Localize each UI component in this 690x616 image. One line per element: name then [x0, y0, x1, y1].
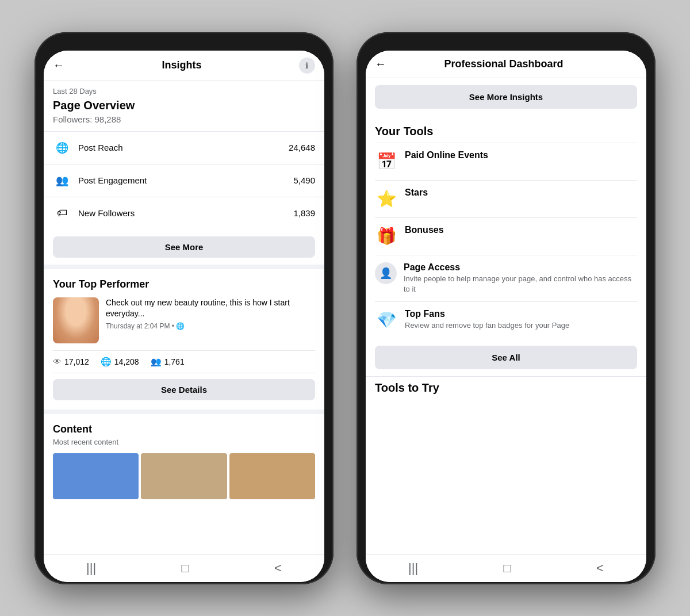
- content-title: Content: [53, 423, 315, 435]
- tools-to-try-title: Tools to Try: [366, 377, 646, 404]
- thumb-1: [53, 453, 139, 499]
- new-followers-row[interactable]: 🏷 New Followers 1,839: [44, 197, 324, 229]
- stars-icon: ⭐: [375, 188, 398, 211]
- right-camera: [615, 43, 621, 48]
- performer-stats-row: 👁 17,012 🌐 14,208 👥 1,761: [53, 350, 315, 373]
- nav-back-icon[interactable]: <: [274, 561, 282, 576]
- content-divider: [44, 410, 324, 414]
- see-all-button[interactable]: See All: [375, 346, 637, 369]
- globe-icon: 🌐: [53, 139, 71, 157]
- tag-icon: 🏷: [53, 204, 71, 223]
- see-more-insights-button[interactable]: See More Insights: [375, 85, 637, 109]
- right-dot-2: [390, 44, 393, 47]
- left-dot-2: [68, 44, 71, 47]
- info-button[interactable]: ℹ: [299, 58, 315, 74]
- bonuses-icon: 🎁: [375, 225, 398, 248]
- nav-home-icon[interactable]: □: [181, 561, 189, 576]
- performer-post-text: Check out my new beauty routine, this is…: [106, 297, 315, 320]
- tool-item-bonuses[interactable]: 🎁 Bonuses: [375, 217, 637, 255]
- right-dot-3: [626, 44, 629, 47]
- dashboard-title: Professional Dashboard: [444, 58, 563, 70]
- tools-section: Your Tools 📅 Paid Online Events ⭐: [366, 116, 646, 339]
- post-engagement-label: Post Engagement: [78, 175, 293, 185]
- page-access-name: Page Access: [404, 262, 637, 273]
- page-access-icon: 👤: [375, 262, 397, 284]
- bonuses-text: Bonuses: [405, 225, 637, 236]
- left-bottom-nav: ||| □ <: [44, 554, 324, 582]
- back-button[interactable]: ←: [53, 59, 64, 72]
- new-followers-value: 1,839: [293, 208, 315, 218]
- top-fans-name: Top Fans: [405, 309, 637, 319]
- reach-globe-icon: 🌐: [101, 357, 112, 367]
- stars-name: Stars: [405, 188, 637, 198]
- tool-item-top-fans[interactable]: 💎 Top Fans Review and remove top fan bad…: [375, 301, 637, 339]
- tools-section-title: Your Tools: [375, 116, 637, 143]
- nav-menu-icon[interactable]: |||: [86, 561, 96, 576]
- tool-item-stars[interactable]: ⭐ Stars: [375, 180, 637, 217]
- reach-stat: 🌐 14,208: [101, 357, 139, 367]
- right-nav-home-icon[interactable]: □: [503, 561, 511, 576]
- right-nav-back-icon[interactable]: <: [596, 561, 604, 576]
- post-engagement-value: 5,490: [293, 175, 315, 185]
- dashboard-header: ← Professional Dashboard: [366, 51, 646, 78]
- content-subtitle: Most recent content: [53, 438, 315, 446]
- events-name: Paid Online Events: [405, 150, 637, 160]
- performer-post-meta: Thursday at 2:04 PM • 🌐: [106, 322, 315, 330]
- tool-item-page-access[interactable]: 👤 Page Access Invite people to help mana…: [375, 255, 637, 301]
- followers-count: Followers: 98,288: [44, 114, 324, 131]
- performer-info: Check out my new beauty routine, this is…: [106, 297, 315, 343]
- engagement-value: 1,761: [164, 357, 185, 366]
- performer-face-img: [53, 297, 99, 343]
- top-performer-title: Your Top Performer: [53, 278, 315, 290]
- left-dot-3: [304, 44, 307, 47]
- see-more-button[interactable]: See More: [53, 236, 315, 258]
- left-dot-1: [61, 44, 64, 47]
- left-phone-screen: ← Insights ℹ Last 28 Days Page Overview …: [44, 51, 324, 582]
- left-speaker: [156, 44, 208, 47]
- thumb-2: [141, 453, 227, 499]
- engagement-icon: 👥: [151, 357, 162, 367]
- engagement-stat: 👥 1,761: [151, 357, 185, 367]
- right-nav-menu-icon[interactable]: |||: [408, 561, 418, 576]
- top-fans-text: Top Fans Review and remove top fan badge…: [405, 309, 637, 331]
- reach-value: 14,208: [114, 357, 139, 366]
- period-label: Last 28 Days: [44, 81, 324, 99]
- events-text: Paid Online Events: [405, 150, 637, 162]
- people-icon: 👥: [53, 171, 71, 190]
- content-section: Content Most recent content: [44, 414, 324, 499]
- events-icon: 📅: [375, 150, 398, 173]
- post-reach-row[interactable]: 🌐 Post Reach 24,648: [44, 131, 324, 164]
- insights-content: Last 28 Days Page Overview Followers: 98…: [44, 81, 324, 554]
- see-details-button[interactable]: See Details: [53, 379, 315, 400]
- performer-thumbnail: [53, 297, 99, 343]
- left-camera: [293, 43, 299, 48]
- stars-text: Stars: [405, 188, 637, 199]
- thumb-3: [229, 453, 315, 499]
- bonuses-name: Bonuses: [405, 225, 637, 235]
- right-phone-screen: ← Professional Dashboard See More Insigh…: [366, 51, 646, 582]
- post-reach-value: 24,648: [289, 143, 315, 152]
- insights-title: Insights: [162, 59, 201, 71]
- tool-item-events[interactable]: 📅 Paid Online Events: [375, 143, 637, 180]
- right-speaker: [478, 44, 530, 47]
- top-fans-icon: 💎: [375, 309, 398, 332]
- eye-icon: 👁: [53, 357, 62, 366]
- page-overview-title: Page Overview: [44, 99, 324, 114]
- section-divider: [44, 265, 324, 269]
- page-access-text: Page Access Invite people to help manage…: [404, 262, 637, 294]
- right-dot-1: [383, 44, 386, 47]
- performer-card: Check out my new beauty routine, this is…: [53, 297, 315, 343]
- views-value: 17,012: [64, 357, 89, 366]
- right-phone: ← Professional Dashboard See More Insigh…: [356, 32, 656, 584]
- page-access-desc: Invite people to help manage your page, …: [404, 274, 637, 294]
- new-followers-label: New Followers: [78, 208, 293, 218]
- top-performer-section: Your Top Performer Check out my new beau…: [44, 269, 324, 410]
- right-bottom-nav: ||| □ <: [366, 554, 646, 582]
- dashboard-back-button[interactable]: ←: [375, 58, 386, 71]
- content-thumbnails: [53, 453, 315, 499]
- views-stat: 👁 17,012: [53, 357, 89, 367]
- post-engagement-row[interactable]: 👥 Post Engagement 5,490: [44, 164, 324, 197]
- dashboard-content: See More Insights Your Tools 📅 Paid Onli…: [366, 78, 646, 554]
- left-phone: ← Insights ℹ Last 28 Days Page Overview …: [34, 32, 334, 584]
- top-fans-desc: Review and remove top fan badges for you…: [405, 320, 637, 331]
